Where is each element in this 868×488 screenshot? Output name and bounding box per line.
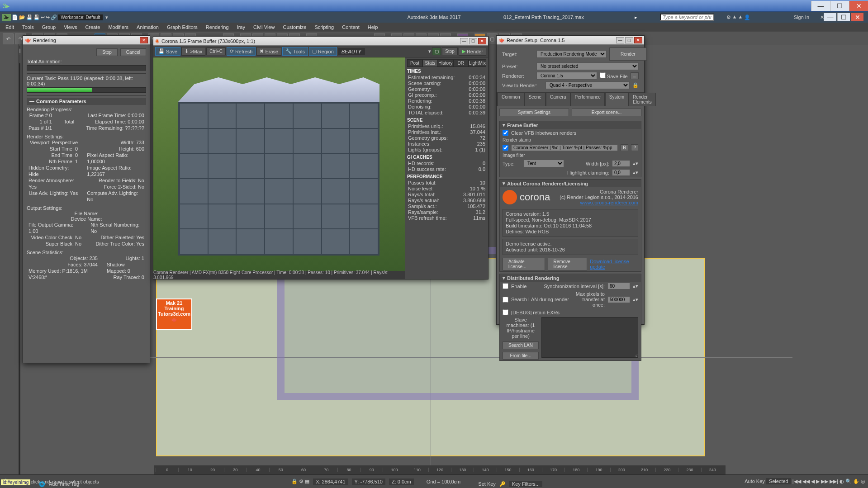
remove-license-button[interactable]: Remove license bbox=[548, 258, 588, 270]
fb-min-button[interactable]: — bbox=[460, 38, 468, 44]
rs-close-button[interactable]: ✕ bbox=[634, 37, 642, 43]
add-time-tag-button[interactable]: Add Time Tag bbox=[49, 481, 79, 487]
fb-refresh-button[interactable]: ⟳Refresh bbox=[227, 47, 256, 56]
menu-item[interactable]: Edit bbox=[2, 24, 18, 31]
doc-max-button[interactable]: ☐ bbox=[837, 13, 850, 21]
fb-region-button[interactable]: ▢Region bbox=[309, 47, 337, 56]
system-settings-button[interactable]: System Settings bbox=[499, 109, 569, 116]
rs-max-button[interactable]: ▢ bbox=[625, 37, 633, 43]
rendering-close-button[interactable]: ✕ bbox=[140, 37, 148, 43]
info-button[interactable]: ▸ bbox=[635, 14, 637, 20]
frame-buffer-rollout[interactable]: Frame Buffer bbox=[507, 123, 538, 128]
export-scene-button[interactable]: Export scene... bbox=[572, 109, 641, 116]
fb-side-tab[interactable]: Post bbox=[407, 59, 422, 67]
search-lan-button[interactable]: Search LAN bbox=[503, 341, 539, 349]
render-setup-tab[interactable]: Scene bbox=[525, 93, 545, 106]
render-button[interactable]: Render bbox=[609, 47, 647, 61]
dr-enable-checkbox[interactable] bbox=[503, 283, 508, 289]
activate-license-button[interactable]: Activate license... bbox=[503, 258, 545, 270]
view-to-render-combo[interactable]: Quad 4 - Perspective bbox=[545, 81, 630, 89]
render-setup-tab[interactable]: Performance bbox=[571, 93, 605, 106]
menu-item[interactable]: Group bbox=[38, 24, 60, 31]
menu-item[interactable]: Content bbox=[338, 24, 363, 31]
menu-item[interactable]: Modifiers bbox=[104, 24, 132, 31]
doc-min-button[interactable]: — bbox=[824, 13, 836, 21]
menu-item[interactable]: Tools bbox=[19, 24, 38, 31]
fb-side-tab[interactable]: Stats bbox=[422, 59, 438, 67]
fb-ctrlc-button[interactable]: Ctrl+C bbox=[206, 47, 226, 55]
menu-item[interactable]: Scripting bbox=[311, 24, 337, 31]
menu-item[interactable]: Views bbox=[60, 24, 81, 31]
timeline[interactable]: 0102030405060708090100110120130140150160… bbox=[154, 465, 726, 474]
about-rollout[interactable]: About Corona Renderer/Licensing bbox=[507, 181, 588, 186]
key-filters-button[interactable]: Key Filters... bbox=[509, 481, 542, 487]
rendering-cancel-button[interactable]: Cancel bbox=[120, 48, 146, 56]
preset-combo[interactable]: No preset selected bbox=[536, 62, 639, 70]
slave-machines-textarea[interactable] bbox=[541, 317, 638, 358]
highlight-clamp-input[interactable] bbox=[612, 169, 630, 176]
menu-item[interactable]: Customize bbox=[279, 24, 310, 31]
download-update-link[interactable]: Download license update bbox=[590, 259, 638, 270]
render-setup-tab[interactable]: Camera bbox=[546, 93, 570, 106]
stamp-checkbox[interactable] bbox=[503, 145, 508, 151]
autokey-button[interactable]: Auto Key bbox=[745, 479, 765, 484]
lock-icon[interactable]: 🔒 bbox=[632, 82, 639, 88]
window-maximize-button[interactable]: ☐ bbox=[830, 1, 849, 11]
fb-channel-combo[interactable]: BEAUTY bbox=[338, 48, 365, 55]
window-minimize-button[interactable]: — bbox=[811, 1, 830, 11]
search-lan-render-checkbox[interactable] bbox=[503, 297, 508, 303]
render-setup-tab[interactable]: Common bbox=[498, 93, 524, 106]
render-image[interactable]: Corona Renderer | AMD FX(tm)-8350 Eight-… bbox=[153, 57, 405, 279]
fb-dot-button[interactable]: ▢ bbox=[432, 47, 441, 55]
width-px-input[interactable] bbox=[612, 160, 630, 167]
target-combo[interactable]: Production Rendering Mode bbox=[536, 50, 607, 58]
menu-item[interactable]: Help bbox=[364, 24, 382, 31]
fb-side-tab[interactable]: DR bbox=[453, 59, 469, 67]
render-setup-tab[interactable]: Render Elements bbox=[629, 93, 656, 106]
stamp-help-button[interactable]: ? bbox=[631, 144, 638, 151]
search-input[interactable] bbox=[660, 14, 714, 21]
selected-combo[interactable]: Selected bbox=[766, 478, 791, 484]
menu-item[interactable]: Animation bbox=[133, 24, 162, 31]
sync-interval-input[interactable] bbox=[607, 283, 630, 289]
doc-close-button[interactable]: ✕ bbox=[851, 13, 863, 21]
dr-rollout[interactable]: Distributed Rendering bbox=[507, 275, 560, 281]
render-setup-tab[interactable]: System bbox=[605, 93, 628, 106]
menu-item[interactable]: Graph Editors bbox=[163, 24, 201, 31]
fb-close-button[interactable]: ✕ bbox=[478, 38, 486, 44]
sign-in-button[interactable]: Sign In bbox=[794, 14, 809, 20]
rendering-stop-button[interactable]: Stop bbox=[96, 48, 118, 56]
stamp-input[interactable] bbox=[511, 144, 618, 151]
rs-min-button[interactable]: — bbox=[616, 37, 624, 43]
fb-side-tab[interactable]: History bbox=[438, 59, 453, 67]
render-settings-label: Render Settings: bbox=[27, 134, 146, 139]
workspace-selector[interactable]: Workspace: Default bbox=[58, 14, 103, 20]
fb-render-button[interactable]: ▶Render bbox=[459, 47, 486, 56]
corona-url-link[interactable]: www.corona-renderer.com bbox=[560, 200, 638, 205]
setkey-button[interactable]: Set Key bbox=[478, 481, 496, 487]
max-pixels-input[interactable] bbox=[607, 296, 630, 303]
fb-save-button[interactable]: 💾Save bbox=[155, 47, 180, 56]
fb-erase-button[interactable]: ✖Erase bbox=[256, 47, 281, 56]
fb-tools-button[interactable]: 🔧Tools bbox=[282, 47, 308, 56]
undo-button[interactable]: ↶ bbox=[3, 33, 14, 44]
menu-item[interactable]: Rendering bbox=[202, 24, 232, 31]
clear-vfb-checkbox[interactable] bbox=[503, 130, 508, 136]
fb-max-button[interactable]: ☐ bbox=[469, 38, 477, 44]
common-params-header[interactable]: Common Parameters bbox=[36, 99, 86, 104]
menu-item[interactable]: Civil View bbox=[250, 24, 278, 31]
fb-side-tab[interactable]: LightMix bbox=[469, 59, 486, 67]
menu-item[interactable]: Iray bbox=[233, 24, 249, 31]
fb-tomax-button[interactable]: ⬇>Max bbox=[181, 47, 205, 56]
retain-exr-checkbox[interactable] bbox=[503, 309, 508, 315]
menu-item[interactable]: Create bbox=[81, 24, 104, 31]
from-file-button[interactable]: From file... bbox=[503, 352, 539, 360]
window-close-button[interactable]: ✕ bbox=[849, 1, 868, 11]
renderer-combo[interactable]: Corona 1.5 bbox=[536, 72, 597, 80]
filter-type-combo[interactable]: Tent bbox=[523, 160, 564, 167]
save-file-checkbox[interactable] bbox=[600, 72, 606, 78]
stamp-reset-button[interactable]: R bbox=[621, 144, 628, 151]
save-file-browse-button[interactable]: ... bbox=[631, 72, 639, 79]
fb-stop-button[interactable]: Stop bbox=[442, 47, 458, 55]
app-logo-3[interactable]: 3▸ bbox=[2, 14, 11, 21]
